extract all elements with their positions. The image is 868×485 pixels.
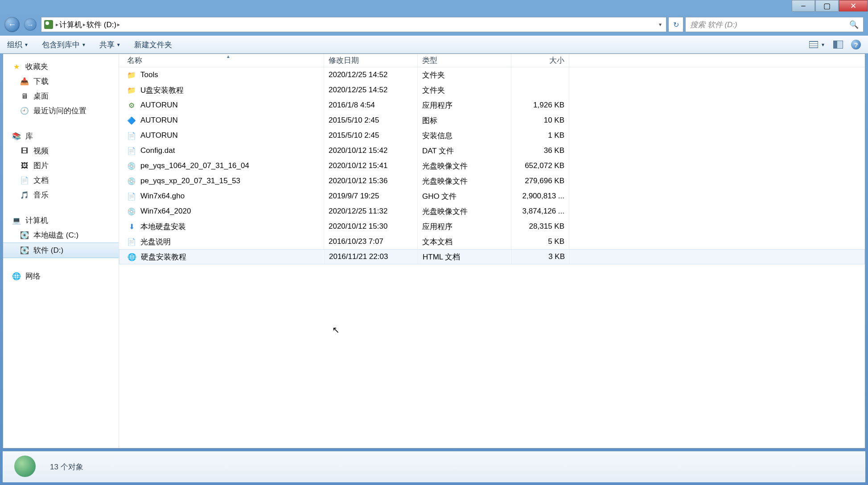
file-list[interactable]: 📁Tools2020/12/25 14:52文件夹📁U盘安装教程2020/12/… (119, 67, 865, 448)
file-row[interactable]: 🔷AUTORUN2015/5/10 2:45图标10 KB (119, 113, 865, 128)
search-input[interactable]: 搜索 软件 (D:) 🔍 (685, 17, 864, 32)
file-icon: 📄 (127, 237, 136, 246)
file-row[interactable]: 🌐硬盘安装教程2016/11/21 22:03HTML 文档3 KB (119, 249, 865, 264)
file-type: DAT 文件 (418, 143, 511, 158)
computer-header[interactable]: 💻计算机 (3, 213, 119, 228)
file-type: 光盘映像文件 (418, 204, 511, 219)
sidebar-item-videos[interactable]: 🎞视频 (3, 144, 119, 158)
chevron-right-icon: ▸ (56, 21, 58, 28)
file-size: 279,696 KB (511, 173, 569, 189)
close-button[interactable]: ✕ (839, 0, 868, 12)
include-in-library-menu[interactable]: 包含到库中▼ (42, 40, 86, 50)
favorites-group: ★收藏夹 📥下载 🖥桌面 🕘最近访问的位置 (3, 59, 119, 118)
file-row[interactable]: 💿Win7x64_20202020/12/25 11:32光盘映像文件3,874… (119, 204, 865, 219)
column-header-date[interactable]: 修改日期 (324, 54, 418, 67)
file-date: 2020/10/12 15:36 (324, 173, 418, 189)
status-text: 13 个对象 (50, 462, 83, 472)
libraries-header[interactable]: 📚库 (3, 129, 119, 144)
file-type: GHO 文件 (418, 189, 511, 204)
nav-buttons: ← → (4, 17, 37, 32)
library-icon: 📚 (12, 132, 21, 141)
file-name: AUTORUN (140, 131, 178, 140)
file-row[interactable]: 💿pe_yqs_xp_20_07_31_15_532020/10/12 15:3… (119, 173, 865, 189)
network-header[interactable]: 🌐网络 (3, 269, 119, 284)
organize-menu[interactable]: 组织▼ (7, 40, 29, 50)
back-arrow-icon: ← (8, 20, 16, 29)
share-menu[interactable]: 共享▼ (99, 40, 121, 50)
toolbar-right: ▼ ? (809, 40, 861, 49)
file-row[interactable]: 📄Win7x64.gho2019/9/7 19:25GHO 文件2,900,81… (119, 189, 865, 204)
music-icon: 🎵 (20, 191, 29, 200)
sidebar-item-recent[interactable]: 🕘最近访问的位置 (3, 103, 119, 118)
sidebar-item-desktop[interactable]: 🖥桌面 (3, 89, 119, 103)
network-group: 🌐网络 (3, 269, 119, 284)
file-date: 2020/12/25 14:52 (324, 67, 418, 82)
help-button[interactable]: ? (851, 40, 861, 49)
titlebar[interactable]: – ▢ ✕ (0, 0, 868, 13)
minimize-button[interactable]: – (792, 0, 815, 12)
sidebar-item-documents[interactable]: 📄文档 (3, 173, 119, 188)
file-date: 2016/10/23 7:07 (324, 234, 418, 249)
application-icon: ⚙ (127, 101, 136, 110)
file-date: 2019/9/7 19:25 (324, 189, 418, 204)
close-icon: ✕ (850, 1, 856, 11)
new-folder-button[interactable]: 新建文件夹 (134, 40, 172, 50)
file-row[interactable]: ⚙AUTORUN2016/1/8 4:54应用程序1,926 KB (119, 98, 865, 113)
refresh-button[interactable]: ↻ (668, 17, 683, 32)
file-name: Win7x64_2020 (140, 207, 191, 216)
file-row[interactable]: 💿pe_yqs_1064_20_07_31_16_042020/10/12 15… (119, 158, 865, 173)
address-bar[interactable]: ▸ 计算机 ▸ 软件 (D:) ▸ ▾ (41, 17, 666, 32)
file-row[interactable]: 📄AUTORUN2015/5/10 2:45安装信息1 KB (119, 128, 865, 143)
file-row[interactable]: 📄光盘说明2016/10/23 7:07文本文档5 KB (119, 234, 865, 249)
file-row[interactable]: 📄Config.dat2020/10/12 15:42DAT 文件36 KB (119, 143, 865, 158)
sidebar-item-pictures[interactable]: 🖼图片 (3, 158, 119, 173)
document-icon: 📄 (20, 176, 29, 185)
navigation-row: ← → ▸ 计算机 ▸ 软件 (D:) ▸ ▾ ↻ 搜索 软件 (D:) 🔍 (0, 13, 868, 36)
drive-icon: 💽 (20, 231, 29, 240)
sidebar-item-downloads[interactable]: 📥下载 (3, 74, 119, 89)
libraries-group: 📚库 🎞视频 🖼图片 📄文档 🎵音乐 (3, 129, 119, 202)
file-size: 36 KB (511, 143, 569, 158)
sidebar-item-drive-d[interactable]: 💽软件 (D:) (3, 242, 119, 258)
forward-button[interactable]: → (24, 18, 37, 31)
html-icon: 🌐 (128, 252, 136, 261)
address-dropdown[interactable]: ▾ (657, 21, 663, 28)
column-header-name[interactable]: 名称 (119, 54, 324, 67)
file-date: 2020/12/25 14:52 (324, 82, 418, 98)
file-size (511, 67, 569, 82)
favorites-header[interactable]: ★收藏夹 (3, 59, 119, 74)
file-type: 文件夹 (418, 82, 511, 98)
view-mode-button[interactable]: ▼ (809, 41, 825, 48)
desktop-icon: 🖥 (20, 92, 29, 101)
file-size: 28,315 KB (511, 219, 569, 234)
file-icon: 📄 (127, 192, 136, 201)
maximize-button[interactable]: ▢ (815, 0, 839, 12)
file-date: 2020/10/12 15:42 (324, 143, 418, 158)
file-row[interactable]: 📁Tools2020/12/25 14:52文件夹 (119, 67, 865, 82)
file-row[interactable]: ⬇本地硬盘安装2020/10/12 15:30应用程序28,315 KB (119, 219, 865, 234)
installer-icon: ⬇ (127, 222, 136, 231)
preview-pane-button[interactable] (833, 41, 843, 49)
breadcrumb-segment[interactable]: 计算机 (59, 20, 82, 30)
breadcrumb-segment[interactable]: 软件 (D:) (86, 20, 116, 30)
column-header-type[interactable]: 类型 (418, 54, 511, 67)
refresh-icon: ↻ (673, 21, 679, 29)
file-type: 应用程序 (418, 219, 511, 234)
question-icon: ? (854, 41, 858, 49)
list-view-icon (809, 41, 818, 48)
file-date: 2020/10/12 15:41 (324, 158, 418, 173)
icon-file-icon: 🔷 (127, 116, 136, 125)
file-size: 1 KB (511, 128, 569, 143)
column-header-size[interactable]: 大小 (511, 54, 569, 67)
sidebar-item-drive-c[interactable]: 💽本地磁盘 (C:) (3, 228, 119, 242)
sidebar-item-music[interactable]: 🎵音乐 (3, 188, 119, 202)
file-size: 3 KB (512, 250, 570, 264)
status-icon (14, 456, 37, 479)
file-row[interactable]: 📁U盘安装教程2020/12/25 14:52文件夹 (119, 82, 865, 98)
file-type: 光盘映像文件 (418, 158, 511, 173)
disc-image-icon: 💿 (127, 161, 136, 170)
back-button[interactable]: ← (4, 17, 20, 32)
file-date: 2015/5/10 2:45 (324, 113, 418, 128)
video-icon: 🎞 (20, 147, 29, 156)
file-icon: 📄 (127, 146, 136, 155)
